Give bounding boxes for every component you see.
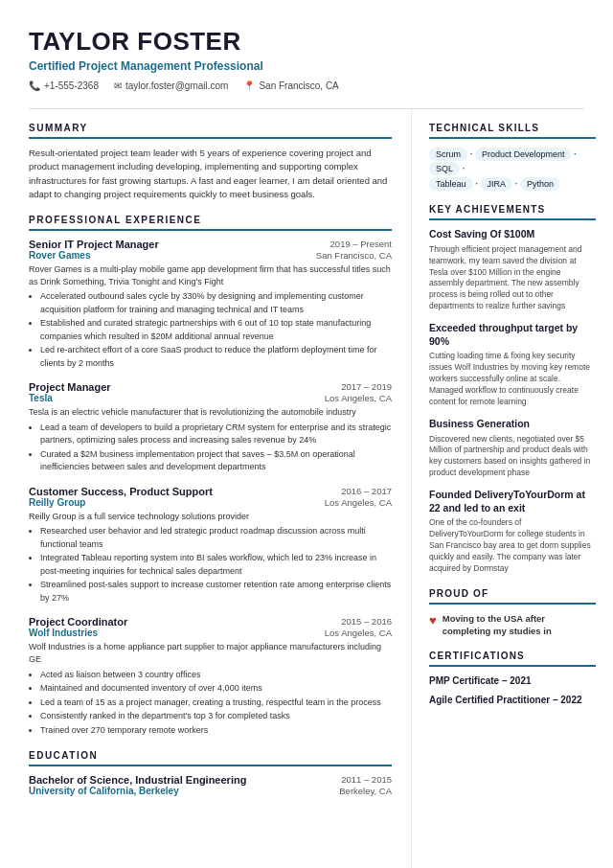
bullet: Researched user behavior and led strateg… <box>40 525 392 551</box>
achievement-2-desc: Cutting loading time & fixing key securi… <box>429 351 596 407</box>
left-column: SUMMARY Result-orientated project team l… <box>0 109 412 868</box>
header-section: TAYLOR FOSTER Certified Project Manageme… <box>0 0 613 108</box>
job-3: Customer Success, Product Support 2016 –… <box>29 486 392 605</box>
job-2-subheader: Tesla Los Angeles, CA <box>29 393 392 403</box>
edu-dates: 2011 – 2015 <box>341 774 392 786</box>
edu-location: Berkeley, CA <box>339 786 392 796</box>
contact-info: 📞 +1-555-2368 ✉ taylor.foster@gmail.com … <box>29 80 584 91</box>
skill-product-dev: Product Development <box>475 148 572 161</box>
job-3-dates: 2016 – 2017 <box>341 486 392 496</box>
bullet: Led re-architect effort of a core SaaS p… <box>40 344 392 370</box>
bullet: Maintained and documented inventory of o… <box>40 682 392 696</box>
job-4-bullets: Acted as liaison between 3 country offic… <box>29 669 392 738</box>
job-1-title: Senior IT Project Manager <box>29 239 159 250</box>
job-1-desc: Rover Games is a multi-play mobile game … <box>29 263 392 287</box>
edu-subheader: University of California, Berkeley Berke… <box>29 786 392 796</box>
email-address: taylor.foster@gmail.com <box>125 80 228 91</box>
cert-2: Agile Certified Practitioner – 2022 <box>429 694 596 707</box>
job-4-dates: 2015 – 2016 <box>341 616 392 627</box>
job-2-dates: 2017 – 2019 <box>341 381 392 392</box>
skill-scrum: Scrum <box>429 148 467 161</box>
location-icon: 📍 <box>243 80 255 91</box>
achievement-4-desc: One of the co-founders of DeliveryToYour… <box>429 517 596 574</box>
achievement-3-desc: Discovered new clients, negotiated over … <box>429 434 596 480</box>
edu-degree: Bachelor of Science, Industrial Engineer… <box>29 774 246 786</box>
experience-section-title: PROFESSIONAL EXPERIENCE <box>29 215 392 231</box>
job-1-dates: 2019 – Present <box>330 239 392 249</box>
job-3-title: Customer Success, Product Support <box>29 486 213 497</box>
proudof-item: ♥ Moving to the USA after completing my … <box>429 612 596 638</box>
skills-list: Scrum · Product Development · SQL · Tabl… <box>429 147 596 191</box>
proudof-section-title: PROUD OF <box>429 588 596 605</box>
achievement-2-title: Exceeded throughput target by 90% <box>429 322 596 348</box>
job-4-header: Project Coordinator 2015 – 2016 <box>29 616 392 628</box>
heart-icon: ♥ <box>429 613 437 628</box>
achievement-3: Business Generation Discovered new clien… <box>429 418 596 479</box>
achievement-1-desc: Through efficient project management and… <box>429 244 596 312</box>
bullet: Acted as liaison between 3 country offic… <box>40 669 392 682</box>
cert-1: PMP Certificate – 2021 <box>429 674 596 688</box>
job-4: Project Coordinator 2015 – 2016 Wolf Ind… <box>29 616 392 737</box>
location-text: San Francisco, CA <box>259 80 338 91</box>
achievement-3-title: Business Generation <box>429 418 596 431</box>
email-item: ✉ taylor.foster@gmail.com <box>114 80 228 91</box>
job-4-location: Los Angeles, CA <box>325 628 392 638</box>
bullet: Accelerated outbound sales cycle by 330%… <box>40 290 392 316</box>
job-1-subheader: Rover Games San Francisco, CA <box>29 250 392 261</box>
candidate-title: Certified Project Management Professiona… <box>29 59 584 73</box>
achievement-1-title: Cost Saving Of $100M <box>429 228 596 241</box>
bullet: Trained over 270 temporary remote worker… <box>40 724 392 738</box>
phone-item: 📞 +1-555-2368 <box>29 80 99 91</box>
job-2-company: Tesla <box>29 393 53 403</box>
job-2-location: Los Angeles, CA <box>325 393 392 403</box>
proudof-text: Moving to the USA after completing my st… <box>443 612 596 638</box>
job-1-bullets: Accelerated outbound sales cycle by 330%… <box>29 290 392 370</box>
bullet: Led a team of 15 as a project manager, c… <box>40 697 392 710</box>
job-4-title: Project Coordinator <box>29 616 127 628</box>
education-section-title: EDUCATION <box>29 750 392 766</box>
bullet: Lead a team of developers to build a pro… <box>40 422 392 447</box>
achievement-1: Cost Saving Of $100M Through efficient p… <box>429 228 596 312</box>
achievement-2: Exceeded throughput target by 90% Cuttin… <box>429 322 596 408</box>
job-3-company: Reilly Group <box>29 497 85 508</box>
skill-python: Python <box>520 177 560 191</box>
job-4-subheader: Wolf Industries Los Angeles, CA <box>29 628 392 638</box>
job-3-location: Los Angeles, CA <box>325 497 392 508</box>
job-2-bullets: Lead a team of developers to build a pro… <box>29 422 392 474</box>
achievements-section-title: KEY ACHIEVEMENTS <box>429 204 596 220</box>
resume: TAYLOR FOSTER Certified Project Manageme… <box>0 0 613 868</box>
job-4-company: Wolf Industries <box>29 628 98 638</box>
achievement-4-title: Founded DeliveryToYourDorm at 22 and led… <box>429 489 596 514</box>
achievement-4: Founded DeliveryToYourDorm at 22 and led… <box>429 489 596 575</box>
location-item: 📍 San Francisco, CA <box>243 80 338 91</box>
edu-header: Bachelor of Science, Industrial Engineer… <box>29 774 392 786</box>
skill-tableau: Tableau <box>429 177 473 191</box>
phone-number: +1-555-2368 <box>44 80 99 91</box>
skill-jira: JIRA <box>480 177 512 191</box>
job-1-header: Senior IT Project Manager 2019 – Present <box>29 239 392 250</box>
summary-section-title: SUMMARY <box>29 123 392 139</box>
summary-text: Result-orientated project team leader wi… <box>29 147 392 201</box>
job-1-company: Rover Games <box>29 250 90 261</box>
email-icon: ✉ <box>114 80 122 91</box>
job-4-desc: Wolf Industries is a home appliance part… <box>29 641 392 665</box>
job-1: Senior IT Project Manager 2019 – Present… <box>29 239 392 370</box>
body: SUMMARY Result-orientated project team l… <box>0 109 613 868</box>
bullet: Curated a $2M business implementation pr… <box>40 448 392 474</box>
bullet: Established and curated strategic partne… <box>40 317 392 343</box>
job-2-header: Project Manager 2017 – 2019 <box>29 381 392 393</box>
edu-school: University of California, Berkeley <box>29 786 179 796</box>
job-2-desc: Tesla is an electric vehicle manufacture… <box>29 406 392 419</box>
job-1-location: San Francisco, CA <box>316 250 392 261</box>
job-2-title: Project Manager <box>29 381 111 393</box>
skill-sql: SQL <box>429 162 460 175</box>
bullet: Integrated Tableau reporting system into… <box>40 552 392 578</box>
job-3-subheader: Reilly Group Los Angeles, CA <box>29 497 392 508</box>
bullet: Consistently ranked in the department's … <box>40 710 392 723</box>
job-3-bullets: Researched user behavior and led strateg… <box>29 525 392 605</box>
skills-section-title: TECHNICAL SKILLS <box>429 123 596 139</box>
certifications-section-title: CERTIFICATIONS <box>429 651 596 667</box>
candidate-name: TAYLOR FOSTER <box>29 27 584 57</box>
job-3-desc: Reilly Group is a full service technolog… <box>29 511 392 523</box>
phone-icon: 📞 <box>29 80 40 91</box>
